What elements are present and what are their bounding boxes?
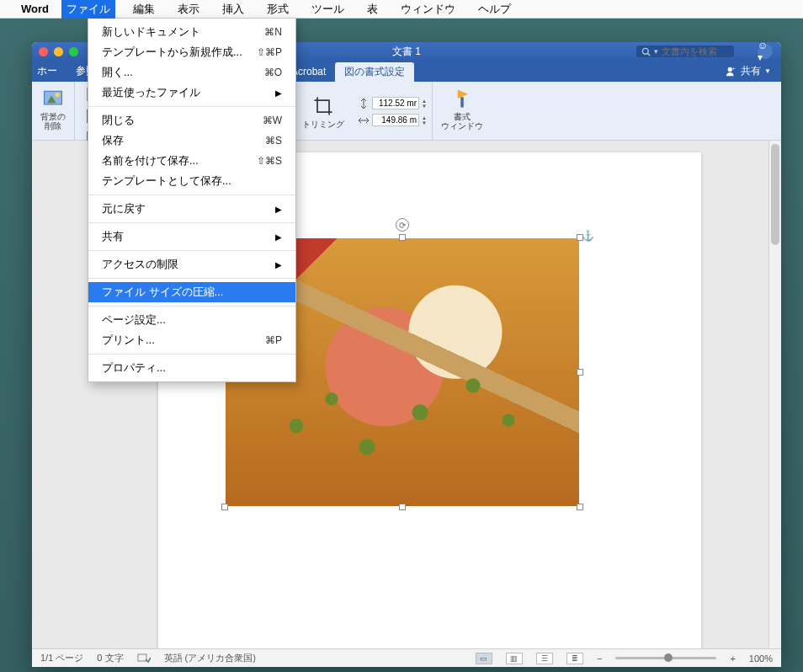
file-menu-print[interactable]: プリント...⌘P [88,330,295,350]
file-menu-compress-file-size[interactable]: ファイル サイズの圧縮... [88,282,295,302]
file-menu-new-from-template[interactable]: テンプレートから新規作成...⇧⌘P [88,42,295,62]
search-icon [641,47,651,56]
menu-separator [88,222,295,223]
remove-background-button[interactable]: 背景の 削除 [37,85,69,132]
menu-file[interactable]: ファイル [61,0,115,19]
file-menu-save[interactable]: 保存⌘S [88,131,295,151]
tab-home-partial[interactable]: ホー [32,61,66,82]
resize-handle-t[interactable] [399,234,406,241]
menu-view[interactable]: 表示 [173,0,205,19]
height-icon [358,98,370,109]
file-menu-share[interactable]: 共有▶ [88,227,295,247]
resize-handle-bl[interactable] [221,504,228,510]
scrollbar-thumb[interactable] [771,144,779,245]
width-stepper[interactable]: ▲▼ [422,115,427,125]
file-menu-properties[interactable]: プロパティ... [88,358,295,378]
menu-format[interactable]: 形式 [262,0,294,19]
window-controls [39,47,78,56]
menu-separator [88,278,295,279]
width-icon [358,115,370,126]
remove-background-icon [41,87,65,110]
svg-rect-23 [138,654,146,661]
anchor-icon: ⚓ [582,230,594,242]
picture-width-input[interactable] [372,114,419,126]
picture-width-row: ▲▼ [358,114,427,126]
rotation-handle[interactable]: ⟳ [396,218,409,232]
mac-menu-bar: Word ファイル 編集 表示 挿入 形式 ツール 表 ウィンドウ ヘルプ [0,0,803,19]
stepper-down-icon[interactable]: ▼ [422,120,427,125]
submenu-arrow-icon: ▶ [275,88,282,98]
view-web-layout[interactable]: ▥ [506,653,523,664]
resize-handle-tr[interactable] [577,234,583,241]
spellcheck-icon[interactable] [137,652,151,665]
menu-separator [88,195,295,195]
menu-separator [88,250,295,251]
window-minimize-button[interactable] [54,47,63,56]
view-print-layout[interactable]: ▭ [476,653,492,664]
menu-help[interactable]: ヘルプ [473,0,516,19]
document-search[interactable]: ▾ [636,45,734,57]
view-outline[interactable]: ☰ [536,653,553,664]
menu-tools[interactable]: ツール [306,0,349,19]
ribbon-group-remove-background: 背景の 削除 [32,82,75,140]
svg-point-0 [642,48,648,54]
menu-window[interactable]: ウィンドウ [396,0,460,19]
ribbon-group-size: トリミング ▲▼ ▲▼ [294,82,433,140]
svg-line-1 [648,53,651,56]
zoom-slider-thumb[interactable] [664,653,673,662]
search-input[interactable] [662,46,729,56]
window-maximize-button[interactable] [69,47,78,56]
share-button[interactable]: + 共有▼ [715,61,781,82]
svg-text:+: + [732,66,736,71]
file-menu-save-as-template[interactable]: テンプレートとして保存... [88,171,295,191]
file-menu-open[interactable]: 開く...⌘O [88,62,295,83]
menu-separator [88,306,295,307]
document-title: 文書 1 [392,45,421,59]
picture-height-input[interactable] [372,97,419,109]
file-menu-page-setup[interactable]: ページ設定... [88,310,295,330]
ribbon-group-format-pane: 書式 ウィンドウ [433,82,492,140]
submenu-arrow-icon: ▶ [275,205,282,214]
share-person-icon: + [726,66,737,77]
file-menu-recent[interactable]: 最近使ったファイル▶ [88,83,295,103]
resize-handle-br[interactable] [577,504,583,510]
status-bar: 1/1 ページ 0 文字 英語 (アメリカ合衆国) ▭ ▥ ☰ ≣ − + 10… [32,648,781,667]
file-menu-dropdown: 新しいドキュメント⌘N テンプレートから新規作成...⇧⌘P 開く...⌘O 最… [88,19,296,382]
app-name[interactable]: Word [21,3,49,15]
menu-edit[interactable]: 編集 [128,0,160,19]
picture-height-row: ▲▼ [358,97,427,109]
tab-picture-format[interactable]: 図の書式設定 [335,62,414,82]
file-menu-revert[interactable]: 元に戻す▶ [88,199,295,219]
submenu-arrow-icon: ▶ [275,232,282,242]
resize-handle-b[interactable] [399,504,406,510]
file-menu-save-as[interactable]: 名前を付けて保存...⇧⌘S [88,151,295,171]
zoom-slider[interactable] [615,657,716,659]
resize-handle-r[interactable] [577,369,583,376]
stepper-down-icon[interactable]: ▼ [422,104,427,109]
crop-icon [311,94,335,118]
menu-separator [88,106,295,107]
crop-button[interactable]: トリミング [299,93,348,131]
menu-insert[interactable]: 挿入 [217,0,249,19]
file-menu-restrict-access[interactable]: アクセスの制限▶ [88,254,295,275]
zoom-out-button[interactable]: − [597,653,602,664]
submenu-arrow-icon: ▶ [275,260,282,269]
word-count[interactable]: 0 文字 [97,652,123,664]
zoom-in-button[interactable]: + [730,653,735,664]
svg-rect-22 [460,97,464,107]
format-pane-icon [450,87,474,110]
height-stepper[interactable]: ▲▼ [422,99,427,109]
file-menu-close[interactable]: 閉じる⌘W [88,110,295,131]
window-close-button[interactable] [39,47,48,56]
view-draft[interactable]: ≣ [566,653,583,664]
menu-table[interactable]: 表 [362,0,383,19]
zoom-level[interactable]: 100% [749,653,773,664]
language-indicator[interactable]: 英語 (アメリカ合衆国) [164,652,256,664]
file-menu-new-document[interactable]: 新しいドキュメント⌘N [88,22,295,42]
menu-separator [88,354,295,355]
feedback-smiley-icon[interactable]: ☺ ▾ [758,44,773,59]
format-pane-button[interactable]: 書式 ウィンドウ [438,85,487,132]
svg-point-6 [56,93,60,97]
page-indicator[interactable]: 1/1 ページ [40,652,83,664]
vertical-scrollbar[interactable] [768,141,781,648]
